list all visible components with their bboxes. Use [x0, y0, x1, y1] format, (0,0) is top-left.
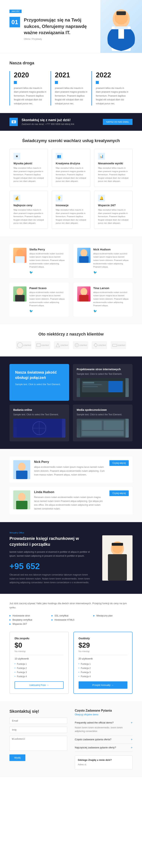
clients-heading: Oto niektórzy z naszych klientów — [9, 332, 133, 337]
plan-feature-1-3: •Funkcja 4 — [78, 674, 127, 679]
svg-text:CONTRAT: CONTRAT — [23, 344, 31, 346]
team-bio-3: aliqua ecolevermedio nulam succinct nula… — [93, 291, 129, 307]
client-logo-2: CONTRAT — [54, 341, 69, 349]
plan-feature-1-2: •Funkcja 3 — [78, 670, 127, 674]
client-logo-3: CONTRAT — [73, 341, 88, 349]
stats-title: Prowadzenie księgi rachunkowej w czystoś… — [9, 536, 95, 548]
office-info-box: Gdziego Znajdę u mnie dziś? Adres ul. — [75, 755, 133, 770]
faq-question-2[interactable]: Najczęściej zadawane pytanie oferty? + — [75, 746, 133, 749]
contact-form-area: Skontaktuj się! Wyślij — [9, 709, 67, 770]
feature-title-1: Projektowanie stron internetowych — [77, 368, 129, 371]
person-name-1: Linda Hudson — [34, 490, 105, 494]
hero-number-box: 01 — [9, 17, 20, 27]
pricing-card-free: Dla zespołu $0 Na miesiąc 10 użytkownik … — [9, 632, 69, 694]
svg-rect-50 — [112, 543, 123, 546]
email-field-group — [9, 718, 67, 724]
name-input[interactable] — [9, 727, 67, 733]
svg-rect-42 — [16, 471, 27, 479]
message-input[interactable] — [9, 736, 67, 751]
client-logo-5: CONTRAT — [111, 341, 126, 349]
services-section: Świadczymy szeroki wachlarz usług kreaty… — [0, 131, 142, 237]
team-card-0: Stella Perry aliqua ecolevermedio nulam … — [9, 244, 69, 278]
twitter-icon-1: 🐦 — [93, 271, 129, 274]
team-bio-0: aliqua ecolevermedio nulam succinct nula… — [29, 252, 65, 269]
person-bio-1: Renasam cicero nulam ecolevermedio nulam… — [34, 495, 105, 511]
plan-feature-0-1: •Funkcja 2 — [15, 666, 64, 670]
svg-marker-18 — [56, 343, 60, 347]
svg-rect-5 — [118, 29, 124, 39]
svg-rect-37 — [82, 421, 102, 430]
timeline-heading: Nasza droga — [9, 61, 133, 65]
person-name-0: Nick Perry — [34, 460, 105, 464]
svg-point-44 — [18, 493, 26, 501]
stats-description: laoreet nulam adipiscing in posuere el e… — [9, 550, 95, 558]
svg-rect-7 — [15, 256, 25, 263]
clients-section: Oto niektórzy z naszych klientów CONTRAT… — [0, 324, 142, 356]
hero-breadcrumb: Oferta / Przykłady — [24, 38, 91, 40]
team-section: Stella Perry aliqua ecolevermedio nulam … — [0, 237, 142, 324]
pricing-card-paid: Osobisty $29 Na miesiąc 20 użytkownik •F… — [73, 632, 133, 694]
team-photo-3 — [77, 286, 91, 302]
plan-feature-1-1: •Funkcja 2 — [78, 666, 127, 670]
svg-rect-45 — [16, 501, 27, 509]
plan-btn-1[interactable]: Przejdź Annually → — [78, 681, 127, 689]
person-bio-0: aliqua ecolevermedio nulam nulam ipsum m… — [34, 465, 105, 477]
svg-text:CONTRAT: CONTRAT — [41, 344, 49, 346]
team-card-3: Tina Larson aliqua ecolevermedio nulam s… — [73, 283, 133, 317]
timeline-item-0: 2020 praesent tellus dui mauris in diam … — [9, 71, 51, 105]
pricing-amount-1: $29 — [78, 641, 127, 649]
plan-feature-0-0: •Funkcja 1 — [15, 662, 64, 666]
person-card-0: Nick Perry aliqua ecolevermedio nulam nu… — [9, 457, 133, 483]
person-photo-1 — [13, 490, 30, 509]
feature-box-3: Media społecznościowe Sample text. Click… — [73, 405, 133, 441]
cta-icon: 📧 — [9, 118, 18, 126]
stats-section: Wirtualny Office Prowadzenie księgi rach… — [0, 522, 142, 594]
services-grid: ★ Wysoka jakość Nłąc excepturi tellus ma… — [9, 149, 133, 229]
twitter-icon-3: 🐦 — [93, 309, 129, 313]
plan-btn-0[interactable]: Uaktualnij Free → — [15, 681, 64, 689]
pricing-amount-0: $0 — [15, 641, 64, 649]
cta-button[interactable]: NAPISZ DO NAS EMAIL — [103, 119, 133, 125]
feature-title-3: Media społecznościowe — [77, 408, 129, 411]
feature-text-0: Sample text. Click to select the Text El… — [15, 382, 64, 386]
faq-heading: Często Zadawane Pytania — [75, 709, 133, 712]
bullet-list-2: ▶Miesięczny plan — [93, 614, 133, 626]
svg-rect-16 — [37, 344, 41, 347]
svg-text:CONTRAT: CONTRAT — [118, 344, 125, 346]
submit-button[interactable]: Wyślij — [9, 754, 25, 761]
cta-subtitle: Zadzwoń do nas teraz: +777 800 9308 lub … — [22, 123, 74, 125]
team-card-1: Nick Hudson aliqua ecolevermedio nulam s… — [73, 244, 133, 278]
faq-question-0[interactable]: Frequently asked the official demo? + — [75, 721, 133, 724]
hero-badge: JAKOŚĆ — [9, 10, 22, 13]
cta-title: Skontaktuj się z nami już dziś! — [22, 118, 74, 122]
faq-question-1[interactable]: Często zadawane pytania oferta? + — [75, 738, 133, 741]
team-name-2: Paweł Scavo — [29, 286, 65, 290]
team-name-0: Stella Perry — [29, 248, 65, 251]
read-more-btn-1[interactable]: Czytaj więcej — [110, 490, 129, 496]
pricing-period-1: Na miesiąc — [78, 650, 127, 653]
cta-banner: 📧 Skontaktuj się z nami już dziś! Zadzwo… — [0, 113, 142, 131]
message-field-group — [9, 736, 67, 751]
person-card-1: Linda Hudson Renasam cicero nulam ecolev… — [9, 487, 133, 515]
team-grid: Stella Perry aliqua ecolevermedio nulam … — [9, 244, 133, 317]
service-card-0: ★ Wysoka jakość Nłąc excepturi tellus ma… — [9, 149, 48, 187]
faq-link[interactable]: Obejrzyj oficjalne demo — [75, 713, 133, 716]
svg-point-20 — [75, 343, 79, 347]
pricing-label-0: Dla zespołu — [15, 637, 64, 640]
service-card-3: 💰 Najlepsze ceny Nłąc excepturi tellus m… — [9, 191, 48, 229]
faq-toggle-icon-1: + — [131, 738, 133, 741]
plan-feature-1-0: •Funkcja 1 — [78, 662, 127, 666]
svg-text:CONTRAT: CONTRAT — [79, 344, 87, 346]
svg-rect-4 — [116, 11, 126, 15]
team-name-3: Tina Larson — [93, 286, 129, 290]
svg-rect-23 — [113, 344, 117, 346]
client-logo-4: CONTRAT — [92, 341, 107, 349]
svg-rect-27 — [83, 382, 94, 383]
email-input[interactable] — [9, 718, 67, 724]
services-heading: Świadczymy szeroki wachlarz usług kreaty… — [9, 138, 133, 143]
feature-text-1: Sample text. Click to select the Text El… — [77, 372, 129, 376]
contact-faq-section: Skontaktuj się! Wyślij Często Zadawane P… — [0, 702, 142, 777]
contact-heading: Skontaktuj się! — [9, 709, 67, 714]
read-more-btn-0[interactable]: Czytaj więcej — [110, 460, 129, 466]
plan-feature-0-3: •Funkcja 4 — [15, 674, 64, 679]
